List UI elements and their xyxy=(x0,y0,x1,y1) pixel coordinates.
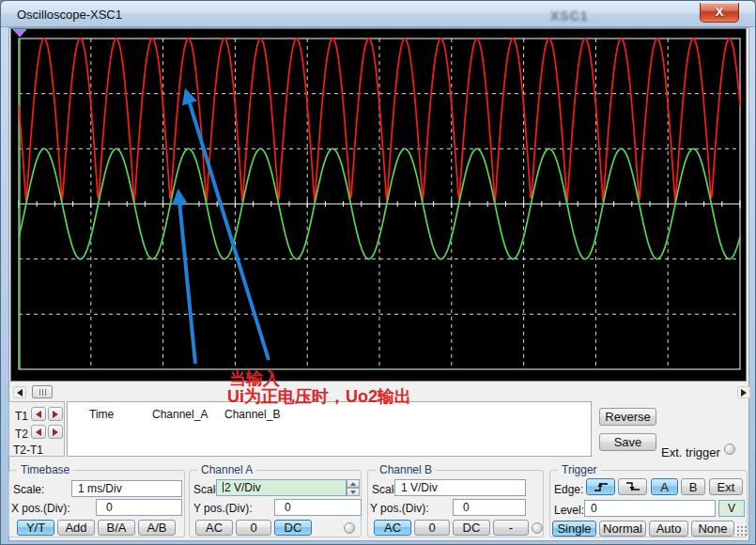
trigger-none-button[interactable]: None xyxy=(691,521,734,537)
cursor-t2t1-label: T2-T1 xyxy=(13,444,43,457)
channel-a-zero-button[interactable]: 0 xyxy=(236,520,271,536)
title-bar[interactable]: XSC1 Oscilloscope-XSC1 X xyxy=(1,1,756,27)
timebase-scale-field[interactable]: 1 ms/Div xyxy=(71,480,182,497)
timebase-xpos-field[interactable]: 0 xyxy=(96,499,182,516)
t1-left-button[interactable] xyxy=(31,407,46,421)
falling-edge-icon xyxy=(625,481,641,492)
timebase-group: Timebase Scale: 1 ms/Div X pos.(Div): 0 … xyxy=(8,470,185,537)
right-arrow-icon xyxy=(53,411,58,418)
channel-b-ypos-label: Y pos.(Div): xyxy=(370,502,428,515)
trigger-level-unit-box[interactable]: V xyxy=(718,500,745,517)
scroll-right-icon xyxy=(741,389,747,397)
channel-b-group-title: Channel B xyxy=(376,463,436,476)
channel-b-group: Channel B Scale: 1 V/Div Y pos.(Div): 0 … xyxy=(367,470,544,537)
trigger-single-button[interactable]: Single xyxy=(552,521,596,537)
channel-b-ac-button[interactable]: AC xyxy=(374,520,411,536)
axes-yt-button[interactable]: Y/T xyxy=(17,520,54,536)
annotation-text-line2: Ui为正电压时，Uo2输出 xyxy=(227,388,411,406)
channel-a-scale-spinner xyxy=(347,479,360,496)
channel-a-ypos-field[interactable]: 0 xyxy=(274,499,362,516)
spinner-down-button[interactable] xyxy=(347,488,360,496)
client-area: 当输入 Ui为正电压时，Uo2输出 T1 T2 T2-T1 Time Chann… xyxy=(8,27,749,541)
channel-b-minus-button[interactable]: - xyxy=(493,520,529,536)
cursor-t2-label: T2 xyxy=(15,428,28,441)
resize-grip[interactable] xyxy=(736,525,748,537)
channel-a-scale-field[interactable]: 2 V/Div xyxy=(216,479,347,496)
scrollbar-thumb[interactable] xyxy=(32,385,53,398)
timebase-xpos-label: X pos.(Div): xyxy=(11,502,70,515)
axes-ab-button[interactable]: A/B xyxy=(138,520,176,536)
scope-display xyxy=(10,28,747,382)
channel-b-zero-button[interactable]: 0 xyxy=(414,520,450,536)
channel-b-indicator-icon xyxy=(532,522,543,534)
reverse-button[interactable]: Reverse xyxy=(599,408,656,426)
trigger-rising-edge-button[interactable] xyxy=(586,478,615,495)
window-title: Oscilloscope-XSC1 xyxy=(17,8,122,22)
annotation-arrow-to-red-wave xyxy=(186,91,269,360)
ext-trigger-label: Ext. trigger xyxy=(661,445,720,459)
channel-b-scale-field[interactable]: 1 V/Div xyxy=(394,479,526,496)
spinner-up-button[interactable] xyxy=(347,479,360,488)
trigger-source-ext-button[interactable]: Ext xyxy=(709,478,743,495)
t2-left-button[interactable] xyxy=(31,425,46,439)
trigger-normal-button[interactable]: Normal xyxy=(599,521,646,537)
column-header-time: Time xyxy=(89,408,114,421)
oscilloscope-window: XSC1 Oscilloscope-XSC1 X xyxy=(0,0,756,545)
column-header-channel-b: Channel_B xyxy=(224,408,280,421)
close-icon: X xyxy=(716,5,724,19)
scroll-right-button[interactable] xyxy=(737,386,750,398)
channel-a-dc-button[interactable]: DC xyxy=(274,520,312,536)
left-arrow-icon xyxy=(36,411,41,418)
right-arrow-icon xyxy=(53,428,58,436)
channel-a-ac-button[interactable]: AC xyxy=(195,520,233,536)
channel-b-ypos-field[interactable]: 0 xyxy=(453,499,526,516)
trigger-group: Trigger Edge: A B Ext Level: 0 V Single xyxy=(549,470,748,537)
channel-b-dc-button[interactable]: DC xyxy=(453,520,490,536)
scroll-left-icon xyxy=(17,389,23,397)
channel-a-group: Channel A Scale: 2 V/Div Y pos.(Div): 0 … xyxy=(189,470,362,537)
up-arrow-icon xyxy=(350,482,356,486)
cursor-control-box: T1 T2 T2-T1 xyxy=(8,401,65,457)
trigger-source-b-button[interactable]: B xyxy=(681,478,705,495)
down-arrow-icon xyxy=(350,490,356,494)
timebase-scale-label: Scale: xyxy=(13,483,44,496)
column-header-channel-a: Channel_A xyxy=(152,408,208,421)
ext-trigger-indicator-icon[interactable] xyxy=(724,444,735,455)
readout-panel: Time Channel_A Channel_B xyxy=(67,401,592,457)
trigger-auto-button[interactable]: Auto xyxy=(649,521,688,537)
channel-a-ypos-label: Y pos.(Div): xyxy=(193,502,252,515)
trigger-source-a-button[interactable]: A xyxy=(651,478,678,495)
scroll-left-button[interactable] xyxy=(13,386,26,398)
rising-edge-icon xyxy=(593,481,609,492)
background-watermark: XSC1 xyxy=(550,8,589,23)
annotation-text-line1: 当输入 xyxy=(229,370,280,388)
trigger-falling-edge-button[interactable] xyxy=(618,478,647,495)
text-cursor xyxy=(223,482,224,492)
channel-a-indicator-icon xyxy=(344,522,355,534)
annotation-arrow-to-green-wave xyxy=(178,192,195,364)
channel-a-group-title: Channel A xyxy=(197,463,256,476)
left-arrow-icon xyxy=(36,428,41,436)
trigger-position-marker[interactable] xyxy=(13,29,26,37)
axes-add-button[interactable]: Add xyxy=(57,520,95,536)
annotation-overlay xyxy=(11,29,746,381)
trigger-level-label: Level: xyxy=(554,504,584,517)
t2-right-button[interactable] xyxy=(48,425,63,439)
t1-right-button[interactable] xyxy=(48,407,63,421)
timebase-group-title: Timebase xyxy=(17,463,73,476)
trigger-edge-label: Edge: xyxy=(554,483,583,496)
trigger-level-field[interactable]: 0 xyxy=(584,500,716,517)
axes-ba-button[interactable]: B/A xyxy=(98,520,135,536)
trigger-group-title: Trigger xyxy=(558,463,601,476)
close-button[interactable]: X xyxy=(700,3,739,23)
save-button[interactable]: Save xyxy=(599,433,656,451)
cursor-t1-label: T1 xyxy=(15,410,28,423)
